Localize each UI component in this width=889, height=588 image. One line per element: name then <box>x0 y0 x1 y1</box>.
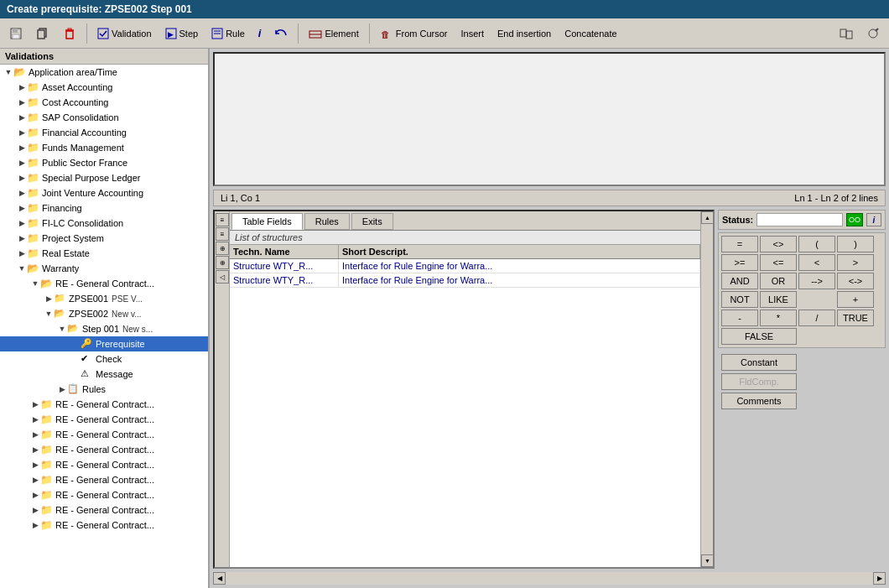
tree-item-prerequisite[interactable]: 🔑 Prerequisite <box>0 336 208 351</box>
op-arr-right[interactable]: --> <box>798 273 835 289</box>
scroll-down-btn[interactable]: ▼ <box>701 554 714 567</box>
op-false[interactable]: FALSE <box>721 328 797 345</box>
cell-short-0[interactable]: Interface for Rule Engine for Warra... <box>339 259 700 273</box>
tree-item-step001[interactable]: ▼ 📂 Step 001 New s... <box>0 321 208 336</box>
op-like[interactable]: LIKE <box>760 291 797 308</box>
tree-item-re-g2[interactable]: ▶ 📁 RE - General Contract... <box>0 397 208 412</box>
folder-icon-fin-acc: 📁 <box>27 127 40 138</box>
save-button[interactable] <box>4 22 28 45</box>
side-btn-1[interactable]: ≡ <box>216 213 229 226</box>
extra-btn-1[interactable] <box>834 22 858 45</box>
op-slash[interactable]: / <box>798 310 835 326</box>
tree-item-re-g7[interactable]: ▶ 📁 RE - General Contract... <box>0 472 208 487</box>
cell-techn-1[interactable]: Structure WTY_R... <box>230 273 339 287</box>
side-btn-3[interactable]: ⊕ <box>216 242 229 255</box>
op-gte[interactable]: >= <box>721 254 758 271</box>
rule-button[interactable]: Rule <box>206 22 250 45</box>
op-or[interactable]: OR <box>760 273 797 289</box>
tree-item-zpse002[interactable]: ▼ 📂 ZPSE002 New v... <box>0 306 208 321</box>
scroll-up-btn[interactable]: ▲ <box>701 211 714 224</box>
tree-item-real-estate[interactable]: ▶ 📁 Real Estate <box>0 246 208 261</box>
op-eq[interactable]: = <box>721 236 758 252</box>
cell-short-1[interactable]: Interface for Rule Engine for Warra... <box>339 273 700 287</box>
comments-button[interactable]: Comments <box>721 393 797 409</box>
side-btn-4[interactable]: ⊕ <box>216 256 229 269</box>
op-star[interactable]: * <box>760 310 797 326</box>
tree-item-zpse001[interactable]: ▶ 📁 ZPSE001 PSE V... <box>0 291 208 306</box>
tree-item-financing[interactable]: ▶ 📁 Financing <box>0 200 208 216</box>
tree-item-re-g6[interactable]: ▶ 📁 RE - General Contract... <box>0 457 208 472</box>
side-btn-5[interactable]: ◁ <box>216 270 229 284</box>
table-row[interactable]: Structure WTY_R... Interface for Rule En… <box>230 273 700 288</box>
arrow-re-general-1: ▼ <box>30 279 40 288</box>
tree-item-joint-venture[interactable]: ▶ 📁 Joint Venture Accounting <box>0 185 208 200</box>
tree-item-fin-acc[interactable]: ▶ 📁 Financial Accounting <box>0 125 208 140</box>
tree-item-re-g8[interactable]: ▶ 📁 RE - General Contract... <box>0 487 208 502</box>
info-icon-btn[interactable]: i <box>866 213 881 226</box>
op-plus[interactable]: + <box>837 291 874 308</box>
tree-item-re-g5[interactable]: ▶ 📁 RE - General Contract... <box>0 442 208 457</box>
end-insertion-button[interactable]: End insertion <box>492 22 556 45</box>
concatenate-button[interactable]: Concatenate <box>559 22 621 45</box>
tree-item-re-general-1[interactable]: ▼ 📂 RE - General Contract... <box>0 276 208 291</box>
extra-btn-2[interactable] <box>861 22 885 45</box>
op-equiv[interactable]: <-> <box>837 273 874 289</box>
copy-button[interactable] <box>31 22 55 45</box>
status-input[interactable] <box>756 213 843 226</box>
hscroll-left[interactable]: ◀ <box>213 572 226 585</box>
fldcomp-button[interactable]: FldComp. <box>721 373 797 390</box>
tree-item-funds-mgmt[interactable]: ▶ 📁 Funds Management <box>0 140 208 155</box>
op-true[interactable]: TRUE <box>837 310 874 326</box>
tree-item-asset-acc[interactable]: ▶ 📁 Asset Accounting <box>0 80 208 95</box>
arrow-re-g9: ▶ <box>30 506 40 514</box>
tree-item-special-ledger[interactable]: ▶ 📁 Special Purpose Ledger <box>0 170 208 185</box>
op-minus[interactable]: - <box>721 310 758 326</box>
cell-techn-0[interactable]: Structure WTY_R... <box>230 259 339 273</box>
undo-button[interactable] <box>269 22 293 45</box>
tab-exits[interactable]: Exits <box>351 213 393 230</box>
tree-item-project-sys[interactable]: ▶ 📁 Project System <box>0 231 208 246</box>
op-lt[interactable]: < <box>798 254 835 271</box>
from-cursor-button[interactable]: 🗑 From Cursor <box>375 22 453 45</box>
tree-item-warranty[interactable]: ▼ 📂 Warranty <box>0 261 208 276</box>
tree-item-fi-lc[interactable]: ▶ 📁 FI-LC Consolidation <box>0 216 208 231</box>
tree-item-re-g3[interactable]: ▶ 📁 RE - General Contract... <box>0 412 208 427</box>
label-funds-mgmt: Funds Management <box>42 143 124 153</box>
label-prerequisite: Prerequisite <box>96 339 145 349</box>
side-btn-2[interactable]: ≡ <box>216 227 229 241</box>
svg-rect-18 <box>846 31 852 39</box>
op-and[interactable]: AND <box>721 273 758 289</box>
arrow-asset-acc: ▶ <box>17 83 27 91</box>
op-neq[interactable]: <> <box>760 236 797 252</box>
sidebar-tree[interactable]: ▼ 📂 Application area/Time ▶ 📁 Asset Acco… <box>0 65 208 588</box>
tree-item-re-g4[interactable]: ▶ 📁 RE - General Contract... <box>0 427 208 442</box>
insert-button[interactable]: Insert <box>455 22 489 45</box>
tree-item-sap-consol[interactable]: ▶ 📁 SAP Consolidation <box>0 110 208 125</box>
table-row[interactable]: Structure WTY_R... Interface for Rule En… <box>230 259 700 273</box>
op-lte[interactable]: <= <box>760 254 797 271</box>
step-button[interactable]: ▶ Step <box>160 22 204 45</box>
tree-item-check[interactable]: ✔ Check <box>0 351 208 367</box>
editor-area[interactable] <box>213 52 886 186</box>
tree-item-cost-acc[interactable]: ▶ 📁 Cost Accounting <box>0 95 208 110</box>
tree-item-app-area[interactable]: ▼ 📂 Application area/Time <box>0 65 208 80</box>
op-close-paren[interactable]: ) <box>837 236 874 252</box>
validation-button[interactable]: Validation <box>92 22 157 45</box>
tree-item-re-g9[interactable]: ▶ 📁 RE - General Contract... <box>0 502 208 518</box>
delete-button[interactable] <box>58 22 81 45</box>
table-scrollbar[interactable]: ▲ ▼ <box>700 211 713 567</box>
tree-item-public-sector[interactable]: ▶ 📁 Public Sector France <box>0 155 208 170</box>
element-button[interactable]: Element <box>304 22 363 45</box>
info-button[interactable]: i <box>253 22 267 45</box>
constant-button[interactable]: Constant <box>721 354 797 371</box>
tab-rules[interactable]: Rules <box>304 213 350 230</box>
tree-item-rules[interactable]: ▶ 📋 Rules <box>0 382 208 397</box>
tree-item-message[interactable]: ⚠ Message <box>0 367 208 382</box>
op-not[interactable]: NOT <box>721 291 758 308</box>
op-gt[interactable]: > <box>837 254 874 271</box>
tree-item-re-g10[interactable]: ▶ 📁 RE - General Contract... <box>0 518 208 533</box>
col-header-short: Short Descript. <box>339 245 700 258</box>
tab-table-fields[interactable]: Table Fields <box>231 213 303 230</box>
op-open-paren[interactable]: ( <box>798 236 835 252</box>
hscroll-right[interactable]: ▶ <box>873 572 886 585</box>
